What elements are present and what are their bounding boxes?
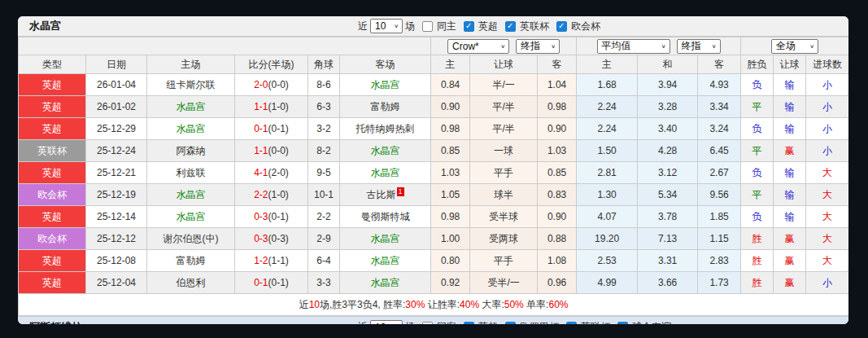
chevron-down-icon: ∨ <box>712 43 717 49</box>
away-team[interactable]: 富勒姆 <box>371 101 400 112</box>
league-filter-epl-checkbox[interactable] <box>464 21 474 32</box>
fulltime-score: 0-1 <box>254 123 268 134</box>
away-team[interactable]: 水晶宫 <box>371 233 400 244</box>
home-team[interactable]: 水晶宫 <box>147 206 235 228</box>
same-home-checkbox[interactable] <box>422 21 433 32</box>
ah-result: 赢 <box>774 228 806 250</box>
away-team[interactable]: 水晶宫 <box>371 167 400 178</box>
team-stats-panel: 水晶宫 近 10∨ 场 同主 英超 英联杯 欧会杯 <box>18 16 848 324</box>
away-team-cell: 水晶宫 <box>340 228 431 250</box>
ou-result: 大 <box>806 228 848 250</box>
halftime-score: (0-0) <box>268 79 289 90</box>
matches-label: 场 <box>405 320 415 324</box>
ou-result: 大 <box>806 162 848 184</box>
ah-result: 赢 <box>774 250 806 272</box>
match-date: 26-01-04 <box>86 74 147 96</box>
recent-count-select[interactable]: 10∨ <box>370 19 403 33</box>
home-team[interactable]: 富勒姆 <box>147 250 235 272</box>
away-team[interactable]: 水晶宫 <box>371 255 400 266</box>
league-filter-epl-checkbox[interactable] <box>464 322 474 324</box>
same-away-label: 同客 <box>437 320 456 324</box>
europe-stage-select[interactable]: 终指∨ <box>677 39 721 54</box>
wdl-result: 胜 <box>741 228 774 250</box>
league-filter-efl-cup-checkbox[interactable] <box>505 21 516 32</box>
eu-away-odds: 3.34 <box>698 96 741 118</box>
col-ah-line: 让球 <box>470 55 538 74</box>
league-filter-friendly-checkbox[interactable] <box>617 322 628 324</box>
home-team[interactable]: 水晶宫 <box>147 96 235 118</box>
ah-home-odds: 0.80 <box>431 250 470 272</box>
ah-away-odds: 0.90 <box>538 206 577 228</box>
away-team[interactable]: 托特纳姆热刺 <box>356 123 415 134</box>
bookmaker-select[interactable]: Crow*∨ <box>447 39 509 54</box>
ah-home-odds: 1.00 <box>431 228 470 250</box>
same-away-checkbox[interactable] <box>422 322 433 324</box>
chevron-down-icon: ∨ <box>500 43 505 49</box>
eu-away-odds: 4.93 <box>698 74 741 96</box>
halftime-score: (1-1) <box>268 255 289 266</box>
ah-home-odds: 1.03 <box>431 162 470 184</box>
chevron-down-icon: ∨ <box>809 43 814 49</box>
wdl-result: 平 <box>741 140 774 162</box>
league-filter-europa-checkbox[interactable] <box>505 322 516 324</box>
ah-line: 平/半 <box>470 118 538 140</box>
ah-home-odds: 0.90 <box>431 96 470 118</box>
ah-result: 赢 <box>774 140 806 162</box>
summary-segment: 场,胜3平3负4, 胜率: <box>320 299 405 310</box>
league-filter-efl-cup-label: 英联杯 <box>581 320 610 324</box>
away-team[interactable]: 水晶宫 <box>371 79 400 90</box>
wdl-result: 胜 <box>741 272 774 294</box>
home-team[interactable]: 水晶宫 <box>147 184 235 206</box>
eu-draw-odds: 3.40 <box>638 118 698 140</box>
away-team[interactable]: 水晶宫 <box>371 277 400 288</box>
away-team-cell: 曼彻斯特城 <box>340 206 431 228</box>
home-team[interactable]: 伯恩利 <box>147 272 235 294</box>
ah-away-odds: 0.88 <box>538 228 577 250</box>
summary-value: 50% <box>504 299 524 310</box>
league-filter-conference-checkbox[interactable] <box>556 21 567 32</box>
wdl-result: 胜 <box>741 250 774 272</box>
scope-select[interactable]: 全场∨ <box>771 39 818 54</box>
col-eu-home: 主 <box>577 55 638 74</box>
col-wdl: 胜负 <box>741 55 774 74</box>
summary-segment: 近 <box>299 299 309 310</box>
score: 0-3(0-3) <box>235 228 308 250</box>
corners: 10-1 <box>308 184 340 206</box>
away-team[interactable]: 曼彻斯特城 <box>361 211 410 222</box>
home-team[interactable]: 纽卡斯尔联 <box>147 74 235 96</box>
league-badge: 英超 <box>19 96 86 118</box>
app-frame: 水晶宫 近 10∨ 场 同主 英超 英联杯 欧会杯 <box>0 0 868 338</box>
bottom-team-bar: 阿斯顿维拉 近 10∨ 场 同客 英超 欧罗巴杯 英联杯 球会友谊 <box>18 316 848 324</box>
same-home-label: 同主 <box>437 20 456 33</box>
away-team[interactable]: 水晶宫 <box>371 145 400 156</box>
ou-result: 小 <box>806 96 848 118</box>
ah-line: 半/一 <box>470 74 538 96</box>
home-team[interactable]: 水晶宫 <box>147 118 235 140</box>
wdl-result: 负 <box>741 74 774 96</box>
score: 0-1(0-1) <box>235 118 308 140</box>
away-team-cell: 水晶宫 <box>340 74 431 96</box>
handicap-stage-select[interactable]: 终指∨ <box>516 39 560 54</box>
league-badge: 英联杯 <box>19 140 86 162</box>
match-date: 25-12-04 <box>86 272 147 294</box>
league-filter-efl-cup-checkbox[interactable] <box>566 322 577 324</box>
summary-segment: 单率: <box>524 299 549 310</box>
halftime-score: (2-0) <box>268 167 289 178</box>
score: 1-1(0-0) <box>235 140 308 162</box>
away-team[interactable]: 古比斯 <box>367 189 396 200</box>
summary-value: 40% <box>460 299 479 310</box>
halftime-score: (0-0) <box>268 145 289 156</box>
europe-source-select[interactable]: 平均值∨ <box>597 39 670 54</box>
away-team-cell: 水晶宫 <box>340 272 431 294</box>
corners: 2-9 <box>308 228 340 250</box>
home-team[interactable]: 谢尔伯恩(中) <box>147 228 235 250</box>
home-team[interactable]: 利兹联 <box>147 162 235 184</box>
recent-count-select[interactable]: 10∨ <box>370 320 403 325</box>
league-badge: 英超 <box>19 118 86 140</box>
corners: 9-5 <box>308 162 340 184</box>
score: 4-1(2-0) <box>235 162 308 184</box>
ah-result: 输 <box>774 206 806 228</box>
bottom-filter-controls: 近 10∨ 场 同客 英超 欧罗巴杯 英联杯 球会友谊 <box>355 317 674 324</box>
col-score: 比分(半场) <box>235 55 308 74</box>
home-team[interactable]: 阿森纳 <box>147 140 235 162</box>
